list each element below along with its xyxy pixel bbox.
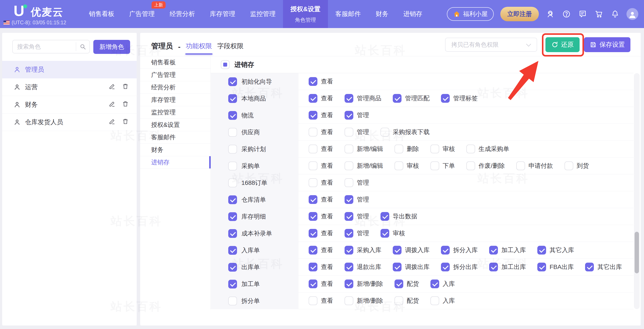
nav-item-2[interactable]: 经营分析 bbox=[162, 0, 202, 28]
cart-icon[interactable] bbox=[594, 9, 604, 19]
submodule-checkbox[interactable] bbox=[228, 280, 237, 288]
permission-checkbox[interactable] bbox=[489, 263, 498, 272]
permission-checkbox[interactable] bbox=[516, 162, 525, 170]
permission-checkbox[interactable] bbox=[309, 246, 318, 254]
permission-checkbox[interactable] bbox=[344, 111, 353, 120]
add-role-button[interactable]: 新增角色 bbox=[93, 40, 130, 54]
permission-checkbox[interactable] bbox=[344, 263, 353, 272]
nav-item-5[interactable]: 授权&设置角色管理 bbox=[283, 0, 328, 28]
permission-checkbox[interactable] bbox=[441, 246, 450, 254]
module-item-7[interactable]: 财务 bbox=[140, 144, 210, 156]
permission-checkbox[interactable] bbox=[344, 229, 353, 238]
save-settings-button[interactable]: 保存设置 bbox=[584, 37, 630, 52]
permission-checkbox[interactable] bbox=[393, 263, 402, 272]
nav-item-4[interactable]: 监控管理 bbox=[243, 0, 283, 28]
edit-role-icon[interactable] bbox=[109, 100, 116, 109]
submodule-checkbox[interactable] bbox=[228, 263, 237, 272]
search-button[interactable] bbox=[76, 42, 89, 51]
permission-checkbox[interactable] bbox=[380, 212, 389, 221]
submodule-checkbox[interactable] bbox=[228, 196, 237, 204]
submodule-checkbox[interactable] bbox=[228, 246, 237, 255]
nav-item-7[interactable]: 财务 bbox=[368, 0, 396, 28]
feedback-icon[interactable] bbox=[578, 9, 588, 19]
permission-checkbox[interactable] bbox=[393, 94, 402, 103]
role-row-1[interactable]: 运营 bbox=[2, 78, 137, 96]
permission-checkbox[interactable] bbox=[430, 296, 439, 305]
restore-button[interactable]: 还原 bbox=[546, 37, 580, 52]
role-row-0[interactable]: 管理员 bbox=[2, 61, 137, 78]
permission-checkbox[interactable] bbox=[309, 280, 318, 288]
permission-checkbox[interactable] bbox=[344, 296, 353, 305]
permission-checkbox[interactable] bbox=[394, 144, 403, 153]
nav-item-0[interactable]: 销售看板 bbox=[82, 0, 122, 28]
permission-checkbox[interactable] bbox=[380, 229, 389, 238]
group-select-checkbox[interactable] bbox=[221, 60, 230, 69]
submodule-checkbox[interactable] bbox=[228, 77, 237, 86]
permission-checkbox[interactable] bbox=[344, 280, 353, 288]
nav-item-1[interactable]: 广告管理上新 bbox=[122, 0, 162, 28]
welfare-house-button[interactable]: 福利小屋 bbox=[447, 7, 494, 21]
permission-checkbox[interactable] bbox=[344, 94, 353, 103]
copy-role-permission-dropdown[interactable]: 拷贝已有角色权限 bbox=[445, 38, 537, 52]
permission-checkbox[interactable] bbox=[585, 263, 594, 272]
permission-checkbox[interactable] bbox=[380, 128, 389, 136]
register-now-button[interactable]: 立即注册 bbox=[500, 7, 539, 21]
submodule-checkbox[interactable] bbox=[228, 145, 237, 154]
permission-checkbox[interactable] bbox=[344, 162, 353, 170]
permission-checkbox[interactable] bbox=[466, 162, 475, 170]
submodule-checkbox[interactable] bbox=[228, 296, 237, 305]
permission-checkbox[interactable] bbox=[309, 296, 318, 305]
module-item-6[interactable]: 客服邮件 bbox=[140, 131, 210, 144]
edit-role-icon[interactable] bbox=[109, 118, 116, 126]
avatar[interactable] bbox=[626, 8, 638, 20]
permission-checkbox[interactable] bbox=[430, 280, 439, 288]
submodule-checkbox[interactable] bbox=[228, 94, 237, 103]
permission-checkbox[interactable] bbox=[466, 144, 475, 153]
permission-checkbox[interactable] bbox=[441, 263, 450, 272]
module-item-3[interactable]: 库存管理 bbox=[140, 94, 210, 106]
module-item-8[interactable]: 进销存 bbox=[140, 156, 210, 169]
permission-checkbox[interactable] bbox=[309, 229, 318, 238]
submodule-checkbox[interactable] bbox=[228, 229, 237, 238]
permission-checkbox[interactable] bbox=[489, 246, 498, 254]
permission-checkbox[interactable] bbox=[309, 195, 318, 204]
module-item-0[interactable]: 销售看板 bbox=[140, 56, 210, 69]
edit-role-icon[interactable] bbox=[109, 83, 116, 91]
permission-checkbox[interactable] bbox=[344, 144, 353, 153]
role-row-3[interactable]: 仓库发货人员 bbox=[2, 114, 137, 131]
search-input[interactable] bbox=[13, 43, 76, 50]
permission-checkbox[interactable] bbox=[344, 128, 353, 136]
tab-function-permissions[interactable]: 功能权限 bbox=[186, 42, 212, 51]
permission-checkbox[interactable] bbox=[309, 178, 318, 187]
help-icon[interactable] bbox=[562, 9, 571, 19]
customer-service-icon[interactable] bbox=[546, 9, 555, 19]
permission-checkbox[interactable] bbox=[394, 296, 403, 305]
permission-checkbox[interactable] bbox=[393, 246, 402, 254]
permission-checkbox[interactable] bbox=[564, 162, 573, 170]
submodule-checkbox[interactable] bbox=[228, 128, 237, 137]
permission-checkbox[interactable] bbox=[344, 195, 353, 204]
delete-role-icon[interactable] bbox=[122, 100, 129, 109]
permission-checkbox[interactable] bbox=[537, 263, 546, 272]
permission-checkbox[interactable] bbox=[309, 111, 318, 120]
permission-checkbox[interactable] bbox=[309, 128, 318, 136]
module-item-5[interactable]: 授权&设置 bbox=[140, 119, 210, 131]
permission-checkbox[interactable] bbox=[309, 212, 318, 221]
nav-item-6[interactable]: 客服邮件 bbox=[328, 0, 368, 28]
permission-checkbox[interactable] bbox=[344, 246, 353, 254]
permission-checkbox[interactable] bbox=[309, 263, 318, 272]
permission-checkbox[interactable] bbox=[309, 144, 318, 153]
role-row-2[interactable]: 财务 bbox=[2, 96, 137, 114]
permission-checkbox[interactable] bbox=[394, 162, 403, 170]
submodule-checkbox[interactable] bbox=[228, 178, 237, 187]
scrollbar-thumb[interactable] bbox=[634, 232, 639, 273]
nav-item-8[interactable]: 进销存 bbox=[396, 0, 430, 28]
permission-checkbox[interactable] bbox=[394, 280, 403, 288]
permission-checkbox[interactable] bbox=[309, 94, 318, 103]
module-item-2[interactable]: 经营分析 bbox=[140, 81, 210, 94]
permission-checkbox[interactable] bbox=[537, 246, 546, 254]
delete-role-icon[interactable] bbox=[122, 83, 129, 91]
permission-checkbox[interactable] bbox=[309, 162, 318, 170]
permission-checkbox[interactable] bbox=[430, 162, 439, 170]
delete-role-icon[interactable] bbox=[122, 118, 129, 126]
